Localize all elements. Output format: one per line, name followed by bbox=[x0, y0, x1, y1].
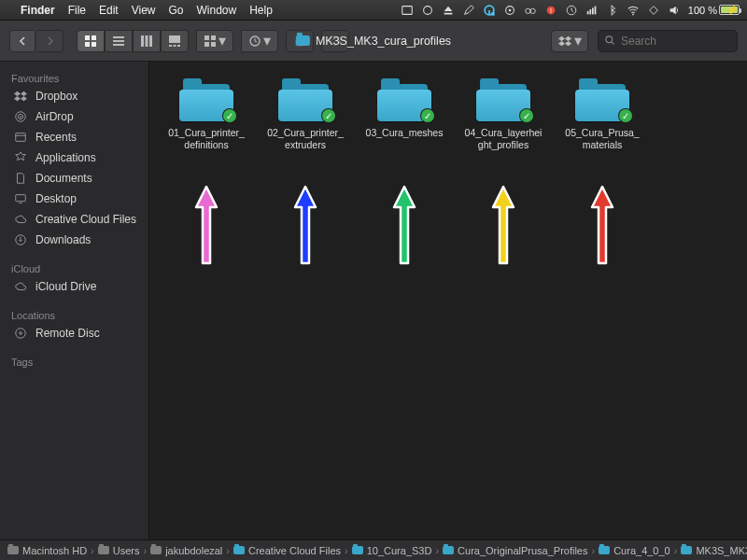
menu-window[interactable]: Window bbox=[197, 4, 237, 17]
svg-rect-24 bbox=[146, 35, 148, 47]
content-area[interactable]: ✓ 01_Cura_printer_definitions ✓ 02_Cura_… bbox=[149, 62, 747, 539]
disc-icon bbox=[13, 326, 28, 341]
status-icon-bars[interactable] bbox=[585, 4, 599, 17]
sidebar-item-applications[interactable]: Applications bbox=[0, 147, 148, 168]
svg-rect-31 bbox=[211, 35, 216, 40]
sync-check-icon: ✓ bbox=[519, 108, 534, 123]
view-gallery-button[interactable] bbox=[161, 30, 189, 52]
folder-icon bbox=[296, 35, 310, 46]
svg-point-5 bbox=[508, 8, 511, 11]
sidebar-header-favourites: Favourites bbox=[0, 69, 148, 86]
status-icon-wifi[interactable] bbox=[627, 4, 640, 17]
sidebar-item-label: Desktop bbox=[35, 192, 77, 205]
status-icon-eject[interactable] bbox=[442, 4, 455, 17]
status-icon-display[interactable] bbox=[647, 4, 660, 17]
status-icon-circle[interactable] bbox=[503, 4, 516, 17]
dropbox-toolbar-button[interactable]: ▾ bbox=[551, 30, 588, 52]
sidebar-item-icloud-drive[interactable]: iCloud Drive bbox=[0, 276, 148, 297]
forward-button[interactable] bbox=[37, 30, 63, 52]
folder-icon bbox=[352, 546, 363, 554]
arrange-button[interactable]: ▾ bbox=[196, 30, 233, 52]
folder-label: 04_Cura_layerheight_profiles bbox=[463, 127, 543, 151]
path-crumb[interactable]: jakubdolezal bbox=[150, 545, 222, 556]
folder-icon: ✓ bbox=[276, 78, 334, 121]
status-icon-1[interactable] bbox=[401, 4, 414, 17]
chevron-right-icon: › bbox=[345, 545, 348, 556]
status-icon-logitech[interactable] bbox=[483, 4, 496, 17]
view-icon-button[interactable] bbox=[77, 30, 105, 52]
svg-point-44 bbox=[16, 329, 26, 339]
window-title-text: MK3S_MK3_cura_profiles bbox=[316, 35, 451, 48]
menu-help[interactable]: Help bbox=[249, 4, 273, 17]
annotation-arrow bbox=[463, 183, 543, 267]
folder-item[interactable]: ✓ 02_Cura_printer_extruders bbox=[265, 78, 345, 151]
desktop-icon bbox=[13, 191, 28, 206]
sidebar-item-downloads[interactable]: Downloads bbox=[0, 230, 148, 250]
svg-rect-22 bbox=[113, 44, 124, 46]
search-icon bbox=[604, 33, 615, 49]
svg-rect-19 bbox=[92, 42, 96, 47]
view-mode-group bbox=[77, 30, 189, 52]
battery-indicator[interactable]: 100 % ⚡ bbox=[688, 5, 740, 16]
path-crumb-label: Macintosh HD bbox=[22, 545, 87, 556]
sidebar-item-dropbox[interactable]: Dropbox bbox=[0, 86, 148, 106]
status-icon-2[interactable] bbox=[421, 4, 434, 17]
view-columns-button[interactable] bbox=[133, 30, 161, 52]
status-icon-notification[interactable]: ! bbox=[544, 4, 557, 17]
path-crumb[interactable]: Users bbox=[98, 545, 140, 556]
svg-rect-21 bbox=[113, 40, 124, 42]
svg-text:!: ! bbox=[550, 7, 552, 13]
menu-go[interactable]: Go bbox=[169, 4, 184, 17]
back-button[interactable] bbox=[9, 30, 35, 52]
search-input[interactable] bbox=[621, 35, 731, 48]
folder-label: 03_Cura_meshes bbox=[364, 127, 444, 151]
status-icon-pen[interactable] bbox=[462, 4, 475, 17]
folder-item[interactable]: ✓ 05_Cura_Prusa_materials bbox=[562, 78, 642, 151]
svg-rect-14 bbox=[594, 6, 596, 14]
menu-file[interactable]: File bbox=[68, 4, 86, 17]
sidebar-header-tags: Tags bbox=[0, 353, 148, 370]
view-list-button[interactable] bbox=[105, 30, 133, 52]
svg-rect-32 bbox=[204, 42, 209, 47]
svg-rect-0 bbox=[402, 6, 413, 14]
svg-point-37 bbox=[606, 35, 613, 42]
path-crumb[interactable]: Macintosh HD bbox=[7, 545, 87, 556]
sync-check-icon: ✓ bbox=[420, 108, 435, 123]
folder-label: 01_Cura_printer_definitions bbox=[166, 127, 247, 151]
sidebar-item-desktop[interactable]: Desktop bbox=[0, 189, 148, 209]
sidebar-item-creative-cloud[interactable]: Creative Cloud Files bbox=[0, 209, 148, 230]
status-icon-glasses[interactable] bbox=[524, 4, 537, 17]
folder-item[interactable]: ✓ 03_Cura_meshes bbox=[364, 78, 444, 151]
status-icon-volume[interactable] bbox=[668, 4, 681, 17]
menu-edit[interactable]: Edit bbox=[99, 4, 119, 17]
path-crumb[interactable]: Cura_4_0_0 bbox=[599, 545, 670, 556]
path-crumb[interactable]: MK3S_MK3_ bbox=[681, 545, 747, 556]
status-icon-clock[interactable] bbox=[565, 4, 578, 17]
sidebar-item-label: Creative Cloud Files bbox=[35, 213, 136, 226]
sidebar-item-recents[interactable]: Recents bbox=[0, 127, 148, 147]
sidebar-header-icloud: iCloud bbox=[0, 259, 148, 276]
folder-icon bbox=[443, 546, 454, 554]
dropbox-icon bbox=[13, 89, 28, 104]
menu-view[interactable]: View bbox=[132, 4, 156, 17]
status-icon-bluetooth[interactable] bbox=[606, 4, 619, 17]
window-title: MK3S_MK3_cura_profiles bbox=[296, 35, 451, 48]
path-crumb-label: 10_Cura_S3D bbox=[367, 545, 432, 556]
svg-rect-41 bbox=[16, 133, 26, 142]
search-field[interactable] bbox=[598, 30, 738, 52]
path-crumb[interactable]: Cura_OriginalPrusa_Profiles bbox=[443, 545, 587, 556]
sidebar-item-documents[interactable]: Documents bbox=[0, 168, 148, 189]
action-menu-button[interactable]: ▾ bbox=[241, 30, 278, 52]
svg-rect-23 bbox=[141, 35, 144, 47]
app-name[interactable]: Finder bbox=[21, 4, 55, 17]
sidebar: Favourites Dropbox AirDrop Recents Appli… bbox=[0, 62, 149, 539]
folder-item[interactable]: ✓ 04_Cura_layerheight_profiles bbox=[463, 78, 543, 151]
icloud-icon bbox=[13, 279, 28, 294]
svg-rect-27 bbox=[169, 45, 172, 47]
sidebar-item-remote-disc[interactable]: Remote Disc bbox=[0, 323, 148, 343]
sidebar-item-airdrop[interactable]: AirDrop bbox=[0, 106, 148, 127]
folder-item[interactable]: ✓ 01_Cura_printer_definitions bbox=[166, 78, 247, 151]
sidebar-item-label: AirDrop bbox=[35, 110, 74, 123]
path-crumb[interactable]: 10_Cura_S3D bbox=[352, 545, 432, 556]
path-crumb[interactable]: Creative Cloud Files bbox=[233, 545, 341, 556]
